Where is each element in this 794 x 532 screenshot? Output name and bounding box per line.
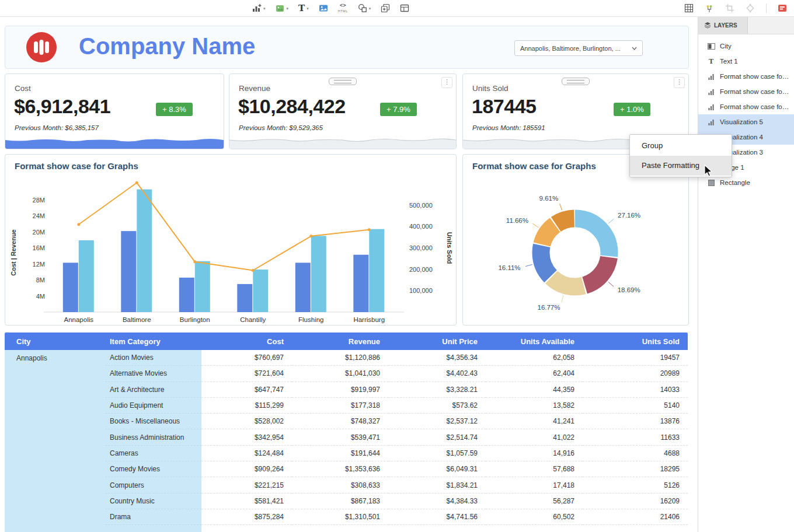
kpi-previous-month: Previous Month: $9,529,365 [239, 124, 323, 131]
grid-icon [684, 4, 694, 13]
cell-item-category: Comedy Movies [105, 461, 201, 477]
chevron-down-icon: ▾ [369, 6, 371, 10]
cell-value: $2,514.74 [388, 429, 486, 445]
donut-chart-card[interactable]: 27.16%18.69%16.77%16.11%11.66%9.61% Form… [462, 154, 689, 326]
add-visualization-button[interactable]: ▾ [252, 4, 266, 13]
layer-item-label: Visualization 5 [720, 118, 763, 125]
cell-value: $528,002 [201, 414, 292, 429]
column-header-unit-price[interactable]: Unit Price [388, 332, 486, 350]
table-header-row: CityItem CategoryCostRevenueUnit PriceUn… [5, 332, 688, 350]
layer-item-format-show-case-for[interactable]: Format show case for ... [698, 69, 794, 84]
cell-value: $647,747 [201, 382, 292, 398]
dashboard-header-card[interactable]: Company Name Annapolis, Baltimore, Burli… [5, 26, 689, 69]
layer-item-text-1[interactable]: TText 1 [698, 54, 794, 69]
combo-chart-card[interactable]: Format show case for Graphs 4M8M12M16M20… [5, 154, 457, 326]
html-tool-button[interactable]: <> HTML [338, 3, 348, 13]
dashboard-canvas[interactable]: Company Name Annapolis, Baltimore, Burli… [0, 16, 698, 532]
cell-value: 16209 [583, 494, 688, 509]
cell-value: 44,359 [486, 382, 583, 398]
layer-item-visualization-5[interactable]: Visualization 5 [698, 114, 794, 130]
city-filter-dropdown[interactable]: Annapolis, Baltimore, Burlington, ... [514, 40, 643, 56]
layers-panel-header: LAYERS [698, 16, 794, 34]
cell-value: $115,299 [201, 398, 292, 414]
cell-value: $1,057.59 [388, 446, 486, 461]
table-row[interactable]: Art & Architecture$647,747$919,997$3,328… [5, 382, 688, 398]
table-row[interactable]: Computers$221,215$308,633$1,834.2117,418… [5, 477, 688, 493]
cell-value: 57,688 [486, 461, 583, 477]
table-row[interactable]: Country Music$581,421$867,183$4,384.3356… [5, 494, 688, 509]
drag-handle[interactable] [329, 78, 357, 85]
shapes-tool-button[interactable]: ▾ [358, 4, 371, 13]
svg-text:12M: 12M [33, 261, 45, 268]
table-row[interactable]: Business Administration$342,954$539,471$… [5, 429, 688, 445]
svg-text:Chantilly: Chantilly [240, 316, 266, 323]
column-header-item-category[interactable]: Item Category [105, 332, 201, 350]
card-menu-button[interactable]: ⋮ [674, 77, 685, 88]
layer-item-city[interactable]: City [698, 38, 794, 54]
svg-text:Flushing: Flushing [298, 316, 323, 323]
cell-value: 14,916 [486, 446, 583, 461]
donut-chart[interactable]: 27.16%18.69%16.77%16.11%11.66%9.61% [463, 155, 687, 326]
kpi-card-cost[interactable]: Cost $6,912,841 + 8.3% Previous Month: $… [5, 74, 224, 149]
table-row[interactable]: Cameras$124,484$191,644$1,057.5914,91646… [5, 446, 688, 461]
data-table[interactable]: CityItem CategoryCostRevenueUnit PriceUn… [5, 332, 688, 532]
menu-item-paste-formatting[interactable]: Paste Formatting [630, 156, 732, 176]
column-header-units-available[interactable]: Units Available [486, 332, 583, 350]
layers-icon [704, 22, 711, 29]
layers-tab[interactable]: LAYERS [698, 16, 748, 34]
column-header-revenue[interactable]: Revenue [292, 332, 388, 350]
crop-button[interactable] [725, 4, 734, 13]
color-picker-button[interactable]: ▾ [276, 4, 289, 13]
color-swatch-icon [276, 4, 285, 13]
transform-button[interactable] [746, 4, 755, 13]
menu-item-group[interactable]: Group [630, 136, 732, 156]
column-header-units-sold[interactable]: Units Sold [583, 332, 688, 350]
context-menu: GroupPaste Formatting [629, 134, 732, 177]
svg-text:Annapolis: Annapolis [64, 316, 93, 323]
shapes-icon [358, 4, 367, 13]
table-row[interactable]: Books - Miscellaneous$528,002$748,327$2,… [5, 414, 688, 429]
interactions-icon [705, 4, 714, 13]
svg-text:4M: 4M [36, 293, 45, 300]
cell-value: $177,318 [292, 398, 388, 414]
layer-item-format-show-case-for[interactable]: Format show case for ... [698, 99, 794, 114]
cell-item-category: Cameras [105, 446, 201, 461]
kpi-title: Cost [15, 84, 31, 93]
table-row[interactable]: AnnapolisAction Movies$760,697$1,120,886… [5, 350, 688, 366]
cell-city [5, 382, 105, 398]
combo-chart[interactable]: 4M8M12M16M20M24M28M100,000200,000300,000… [6, 172, 455, 326]
cell-value: $191,644 [292, 446, 388, 461]
cell-item-category: Alternative Movies [105, 366, 201, 382]
image-tool-button[interactable] [319, 4, 328, 13]
kpi-card-revenue[interactable]: ⋮ Revenue $10,284,422 + 7.9% Previous Mo… [229, 74, 457, 149]
layer-item-label: Text 1 [720, 58, 738, 65]
toolbar-left-group: ▾ ▾ T ▾ <> HTML [252, 0, 409, 16]
table-row[interactable]: Comedy Movies$909,264$1,353,636$6,049.31… [5, 461, 688, 477]
layer-item-label: Format show case for ... [720, 103, 790, 110]
cell-value: $539,471 [292, 429, 388, 445]
cell-value: $1,834.21 [388, 477, 486, 493]
kpi-value: $10,284,422 [238, 95, 346, 118]
table-row[interactable]: Drama$875,284$1,310,501$4,741.5660,50221… [5, 509, 688, 525]
layer-item-label: Format show case for ... [720, 73, 790, 80]
table-row[interactable]: Audio Equipment$115,299$177,318$573.6213… [5, 398, 688, 414]
layers-panel: LAYERS CityTText 1Format show case for .… [698, 16, 794, 532]
layout-tool-button[interactable] [400, 4, 409, 13]
card-menu-button[interactable]: ⋮ [441, 77, 452, 88]
table-row[interactable]: Alternative Movies$721,604$1,041,030$4,4… [5, 366, 688, 382]
duplicate-button[interactable] [381, 4, 390, 13]
svg-text:Burlington: Burlington [180, 316, 210, 323]
interactions-button[interactable] [705, 4, 714, 13]
column-header-city[interactable]: City [5, 332, 105, 350]
present-button[interactable] [778, 4, 787, 13]
kpi-value: $6,912,841 [14, 95, 110, 118]
svg-text:200,000: 200,000 [409, 266, 433, 273]
svg-text:Units Sold: Units Sold [446, 232, 453, 264]
grid-view-button[interactable] [684, 4, 694, 13]
cell-value: 56,287 [486, 494, 583, 509]
text-tool-button[interactable]: T ▾ [298, 4, 309, 13]
cell-value: 18295 [583, 461, 688, 477]
drag-handle[interactable] [562, 78, 590, 85]
layer-item-format-show-case-for[interactable]: Format show case for ... [698, 84, 794, 99]
column-header-cost[interactable]: Cost [201, 332, 292, 350]
